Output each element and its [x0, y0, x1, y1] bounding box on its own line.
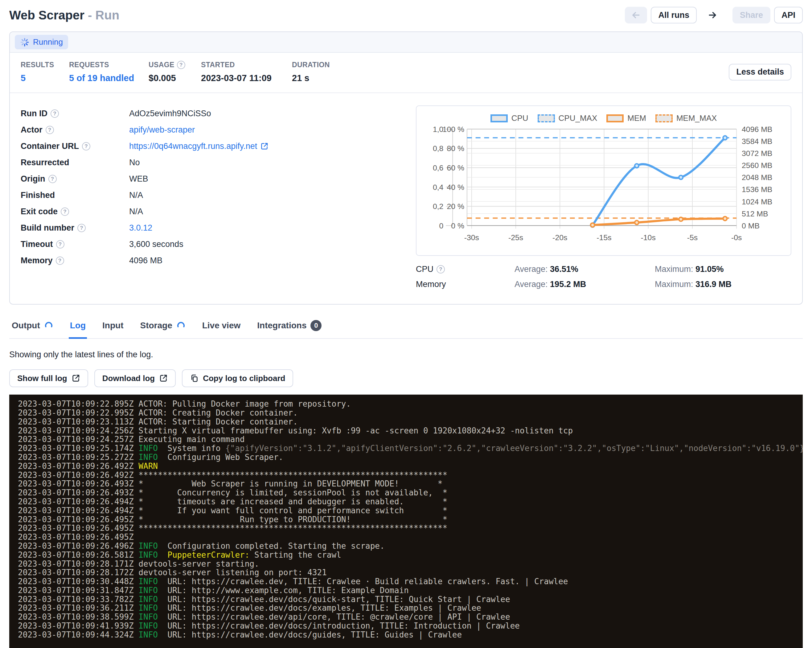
detail-label-text: Resurrected	[21, 158, 69, 168]
previous-run-button[interactable]	[625, 7, 647, 23]
next-run-button[interactable]	[705, 7, 720, 23]
legend-label: MEM_MAX	[676, 113, 717, 123]
tab-integrations[interactable]: Integrations0	[256, 317, 323, 339]
svg-text:-5s: -5s	[687, 233, 698, 242]
svg-text:-10s: -10s	[641, 233, 656, 242]
status-band: Running	[10, 32, 802, 53]
svg-text:1536 MB: 1536 MB	[742, 185, 772, 194]
stat-requests-value[interactable]: 5 of 19 handled	[69, 73, 149, 83]
copy-log-button[interactable]: Copy log to clipboard	[182, 369, 293, 387]
stat-results-value[interactable]: 5	[21, 73, 69, 83]
help-icon[interactable]: ?	[437, 265, 445, 273]
log-line: 2023-03-07T10:09:24.256Z Starting X virt…	[18, 426, 803, 435]
log-line: 2023-03-07T10:09:26.496Z INFO Configurat…	[18, 542, 803, 550]
detail-label-text: Build number	[21, 223, 74, 233]
detail-value-text[interactable]: 3.0.12	[129, 223, 152, 233]
log-line: 2023-03-07T10:09:31.847Z INFO URL: http:…	[18, 586, 803, 595]
log-line: 2023-03-07T10:09:28.172Z devtools-server…	[18, 568, 803, 577]
tab-input[interactable]: Input	[101, 317, 125, 339]
log-line: 2023-03-07T10:09:26.495Z * Run type to P…	[18, 515, 803, 524]
less-details-button[interactable]: Less details	[729, 64, 791, 81]
detail-value-finished: N/A	[129, 191, 143, 200]
detail-row-timeout: Timeout?3,600 seconds	[21, 236, 416, 253]
tab-live-view[interactable]: Live view	[201, 317, 242, 339]
tab-label: Input	[102, 320, 123, 331]
detail-label: Memory?	[21, 256, 129, 265]
detail-row-build-number: Build number?3.0.12	[21, 220, 416, 236]
detail-label-text: Container URL	[21, 142, 79, 151]
detail-label: Origin?	[21, 174, 129, 184]
detail-value-text: N/A	[129, 191, 143, 200]
external-link-icon	[159, 374, 168, 383]
detail-value-container-url: https://0q64wnacgyft.runs.apify.net	[129, 142, 269, 151]
header-controls: All runs Share API	[625, 7, 803, 23]
download-log-button[interactable]: Download log	[94, 369, 176, 387]
help-icon[interactable]: ?	[50, 110, 59, 118]
help-icon[interactable]: ?	[49, 175, 57, 183]
detail-value-origin: WEB	[129, 174, 148, 184]
details-section: Run ID?AdOz5evimh9NCiSSoActor?apify/web-…	[10, 93, 802, 304]
log-line: 2023-03-07T10:09:22.895Z ACTOR: Pulling …	[18, 399, 803, 409]
detail-value-text: No	[129, 158, 140, 168]
detail-row-resurrected: ResurrectedNo	[21, 154, 416, 171]
stat-results: RESULTS 5	[21, 61, 69, 83]
detail-value-text: WEB	[129, 174, 148, 184]
copy-icon	[190, 374, 198, 383]
log-line: 2023-03-07T10:09:22.995Z ACTOR: Creating…	[18, 409, 803, 418]
svg-text:0,2: 0,2	[433, 202, 444, 210]
detail-label-text: Timeout	[21, 239, 53, 249]
detail-label: Finished	[21, 191, 129, 200]
detail-row-origin: Origin?WEB	[21, 171, 416, 187]
share-button[interactable]: Share	[733, 7, 770, 23]
detail-value-text[interactable]: https://0q64wnacgyft.runs.apify.net	[129, 142, 257, 151]
stat-started-label: STARTED	[201, 61, 292, 69]
all-runs-button[interactable]: All runs	[651, 7, 697, 23]
detail-value-timeout: 3,600 seconds	[129, 239, 183, 249]
help-icon[interactable]: ?	[82, 142, 90, 151]
detail-label-text: Actor	[21, 125, 43, 135]
legend-label: MEM	[627, 113, 646, 123]
detail-label: Exit code?	[21, 207, 129, 217]
detail-label-text: Run ID	[21, 109, 47, 118]
detail-label: Timeout?	[21, 239, 129, 249]
detail-label: Build number?	[21, 223, 129, 233]
help-icon[interactable]: ?	[61, 207, 69, 216]
detail-value-build-number: 3.0.12	[129, 223, 152, 233]
detail-label: Run ID?	[21, 109, 129, 118]
loading-arc-icon	[176, 321, 186, 330]
help-icon[interactable]: ?	[77, 224, 86, 232]
help-icon[interactable]: ?	[56, 256, 64, 265]
arrow-left-icon	[631, 10, 641, 20]
api-button[interactable]: API	[774, 7, 803, 23]
help-icon[interactable]: ?	[56, 240, 64, 249]
detail-label-text: Exit code	[21, 207, 58, 217]
stat-results-label: RESULTS	[21, 61, 69, 69]
svg-text:-0s: -0s	[731, 233, 742, 242]
status-badge: Running	[15, 35, 68, 49]
help-icon[interactable]: ?	[46, 126, 54, 134]
svg-text:0 MB: 0 MB	[742, 222, 760, 230]
stat-duration-value: 21 s	[292, 73, 330, 83]
detail-row-run-id: Run ID?AdOz5evimh9NCiSSo	[21, 105, 416, 122]
svg-text:3584 MB: 3584 MB	[742, 137, 772, 145]
svg-text:80 %: 80 %	[447, 144, 464, 152]
detail-label: Resurrected	[21, 158, 129, 168]
svg-text:0,8: 0,8	[433, 144, 444, 152]
tab-output[interactable]: Output	[11, 317, 55, 339]
detail-row-container-url: Container URL?https://0q64wnacgyft.runs.…	[21, 138, 416, 154]
stat-usage-value: $0.005	[149, 73, 201, 83]
log-output[interactable]: 2023-03-07T10:09:22.895Z ACTOR: Pulling …	[9, 395, 803, 648]
log-line: 2023-03-07T10:09:25.174Z INFO System inf…	[18, 444, 803, 453]
log-line: 2023-03-07T10:09:26.494Z * timeouts are …	[18, 497, 803, 506]
cpu-summary-row: CPU? Average: 36.51% Maximum: 91.05%	[416, 264, 791, 274]
tab-log[interactable]: Log	[69, 317, 87, 339]
svg-text:-25s: -25s	[508, 233, 523, 242]
show-full-log-button[interactable]: Show full log	[9, 369, 88, 387]
help-icon[interactable]: ?	[177, 61, 185, 69]
detail-value-memory: 4096 MB	[129, 256, 162, 265]
svg-text:512 MB: 512 MB	[742, 210, 768, 218]
tab-storage[interactable]: Storage	[139, 317, 186, 339]
stat-duration-label: DURATION	[292, 61, 330, 69]
detail-value-text[interactable]: apify/web-scraper	[129, 125, 195, 135]
tab-label: Log	[70, 320, 86, 331]
